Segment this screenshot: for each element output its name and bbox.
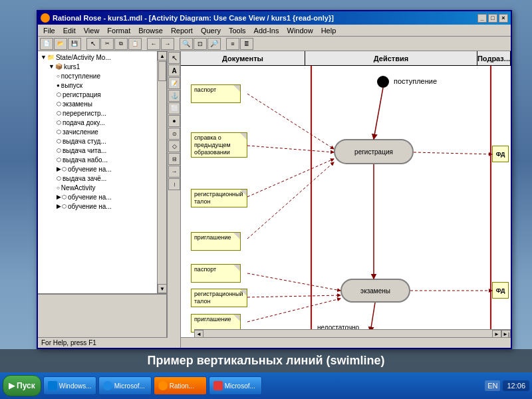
tree-item-10[interactable]: ▶ ⬡ обучение на...: [55, 164, 154, 174]
title-bar-left: Rational Rose - kurs1.mdl - [Activity Di…: [41, 13, 334, 23]
clock: 12:06: [503, 380, 529, 391]
left-panel: ▼ 📁 State/Activity Mo... ▼ 📦 kurs1 ○: [38, 51, 168, 348]
scroll-up-arrow[interactable]: ▲: [158, 51, 166, 61]
diag-state[interactable]: ⬜: [168, 102, 180, 114]
svg-line-4: [247, 159, 334, 197]
menu-edit[interactable]: Edit: [59, 26, 80, 35]
toolbar-cut[interactable]: ✂: [100, 38, 114, 50]
toolbar-new[interactable]: 📄: [40, 38, 53, 50]
tree-item-11[interactable]: ⬡ выдача зачё...: [55, 174, 154, 183]
toolbar-arrow[interactable]: ↖: [86, 38, 100, 50]
uml-registration: регистрация: [334, 139, 414, 164]
toolbar-copy[interactable]: ⧉: [114, 38, 128, 50]
tree-item-12[interactable]: ○ NewActivity: [55, 183, 154, 192]
taskbar-item-0[interactable]: Windows...: [43, 376, 96, 395]
doc-passport-2: паспорт: [191, 264, 241, 283]
toolbar-forward[interactable]: →: [161, 38, 174, 50]
lang-indicator: EN: [485, 380, 500, 391]
divider-1: [311, 66, 312, 338]
svg-line-2: [247, 94, 334, 149]
svg-line-7: [247, 273, 340, 291]
maximize-button[interactable]: □: [488, 14, 497, 23]
doc-passport-1: паспорт: [191, 84, 241, 103]
toolbar-list2[interactable]: ≣: [240, 38, 253, 50]
status-text: For Help, press F1: [41, 339, 96, 346]
tree-panel: ▼ 📁 State/Activity Mo... ▼ 📦 kurs1 ○: [38, 51, 166, 295]
taskbar-item-1[interactable]: Microsof...: [98, 376, 152, 395]
taskbar-label-3: Microsof...: [225, 382, 255, 390]
taskbar-label-0: Windows...: [59, 382, 92, 390]
svg-line-10: [370, 303, 375, 332]
tree-item-2[interactable]: ⬡ регистрация: [55, 90, 154, 99]
swimlane-container[interactable]: Документы Действия Подраз... паспорт: [181, 51, 511, 338]
window-title: Rational Rose - kurs1.mdl - [Activity Di…: [53, 14, 334, 22]
toolbar-open[interactable]: 📂: [54, 38, 67, 50]
scroll-down-arrow[interactable]: ▼: [158, 284, 166, 293]
tree-root[interactable]: ▼ 📁 State/Activity Mo...: [39, 53, 154, 62]
tree-item-13[interactable]: ▶ ⬡ обучение на...: [55, 192, 154, 201]
title-bar: Rational Rose - kurs1.mdl - [Activity Di…: [38, 11, 511, 25]
taskbar-icon-3: [213, 381, 223, 390]
fd-box-2: ФД: [492, 282, 509, 299]
menu-browse[interactable]: Browse: [134, 26, 167, 35]
svg-line-9: [247, 299, 340, 322]
diag-decision[interactable]: ◇: [168, 140, 180, 152]
toolbar-save[interactable]: 💾: [68, 38, 81, 50]
menu-report[interactable]: Report: [167, 26, 197, 35]
tree-item-kurs1[interactable]: ▼ 📦 kurs1: [47, 62, 154, 71]
toolbar-paste[interactable]: 📋: [128, 38, 142, 50]
diag-swimlane[interactable]: ⫶: [168, 178, 180, 190]
main-window: Rational Rose - kurs1.mdl - [Activity Di…: [37, 10, 512, 349]
col-header-sub: Подраз...: [477, 51, 511, 65]
content-area: ▼ 📁 State/Activity Mo... ▼ 📦 kurs1 ○: [38, 51, 511, 348]
tree-item-6[interactable]: ⬡ зачисление: [55, 127, 154, 136]
diag-anchor[interactable]: ⚓: [168, 90, 180, 102]
toolbar-list1[interactable]: ≡: [226, 38, 239, 50]
toolbar-back[interactable]: ←: [147, 38, 160, 50]
toolbar-zoom-fit[interactable]: ⊡: [194, 38, 207, 50]
toolbar: 📄 📂 💾 ↖ ✂ ⧉ 📋 ← → 🔍 ⊡ 🔎 ≡ ≣: [38, 37, 511, 51]
tree-item-14[interactable]: ▶ ⬡ обучение на...: [55, 201, 154, 211]
diag-start[interactable]: ●: [168, 115, 180, 127]
tree-item-4[interactable]: ⬡ перерегистр...: [55, 108, 154, 118]
svg-line-5: [247, 162, 334, 239]
toolbar-zoom-in[interactable]: 🔍: [180, 38, 193, 50]
app-icon: [41, 13, 50, 23]
taskbar-item-3[interactable]: Microsof...: [209, 376, 262, 395]
diag-note[interactable]: 📝: [168, 77, 180, 89]
tree-item-3[interactable]: ⬡ экзамены: [55, 99, 154, 108]
start-button[interactable]: ▶ Пуск: [3, 375, 41, 396]
tree-vscroll[interactable]: ▲ ▼: [157, 51, 166, 293]
menu-window[interactable]: Window: [283, 26, 317, 35]
taskbar-item-2[interactable]: Ration...: [154, 376, 207, 395]
taskbar-label-1: Microsof...: [114, 382, 145, 390]
uml-exams: экзамены: [340, 279, 410, 303]
tree-item-7[interactable]: ⬡ выдача студ...: [55, 136, 154, 146]
close-button[interactable]: ×: [499, 14, 508, 23]
menu-tools[interactable]: Tools: [225, 26, 250, 35]
menu-bar: File Edit View Format Browse Report Quer…: [38, 25, 511, 37]
menu-addins[interactable]: Add-Ins: [250, 26, 283, 35]
tree-item-5[interactable]: ⬡ подача доку...: [55, 118, 154, 127]
diag-sync[interactable]: ⊟: [168, 153, 180, 165]
tree-item-9[interactable]: ⬡ выдача набо...: [55, 155, 154, 164]
diag-transition[interactable]: →: [168, 166, 180, 178]
svg-line-8: [247, 295, 340, 297]
menu-query[interactable]: Query: [197, 26, 225, 35]
menu-view[interactable]: View: [80, 26, 104, 35]
toolbar-zoom-out[interactable]: 🔎: [207, 38, 221, 50]
menu-help[interactable]: Help: [317, 26, 340, 35]
swimlane-body: паспорт справка о предыдущем образовании…: [181, 66, 511, 338]
menu-format[interactable]: Format: [103, 26, 134, 35]
menu-file[interactable]: File: [39, 26, 59, 35]
diag-select[interactable]: ↖: [168, 52, 180, 64]
tree-item-0[interactable]: ○ поступление: [55, 71, 154, 80]
minimize-button[interactable]: _: [477, 14, 487, 23]
scroll-thumb[interactable]: [158, 61, 166, 81]
taskbar-icon-2: [158, 381, 168, 390]
tree-item-8[interactable]: ⬡ выдача чита...: [55, 146, 154, 155]
diag-end[interactable]: ⊙: [168, 128, 180, 140]
diag-text[interactable]: A: [168, 65, 180, 76]
tree-item-1[interactable]: ● выпуск: [55, 80, 154, 90]
taskbar: ▶ Пуск Windows... Microsof... Ration... …: [0, 372, 532, 399]
